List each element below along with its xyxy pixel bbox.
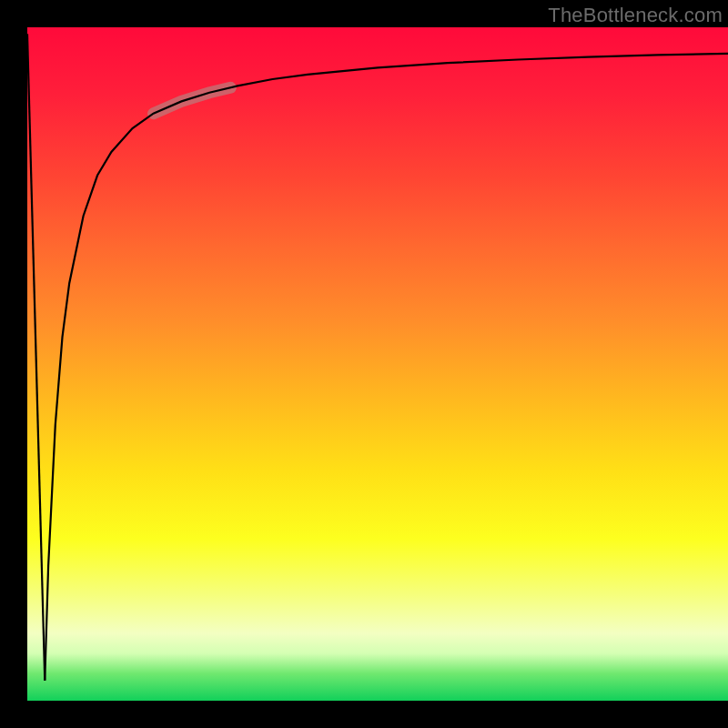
main-curve <box>45 54 728 681</box>
descent-line <box>27 34 45 680</box>
plot-area <box>27 27 728 701</box>
highlight-segment <box>154 87 231 113</box>
curve-layer <box>27 27 728 701</box>
chart-frame: TheBottleneck.com <box>0 0 728 728</box>
watermark-text: TheBottleneck.com <box>548 4 723 27</box>
